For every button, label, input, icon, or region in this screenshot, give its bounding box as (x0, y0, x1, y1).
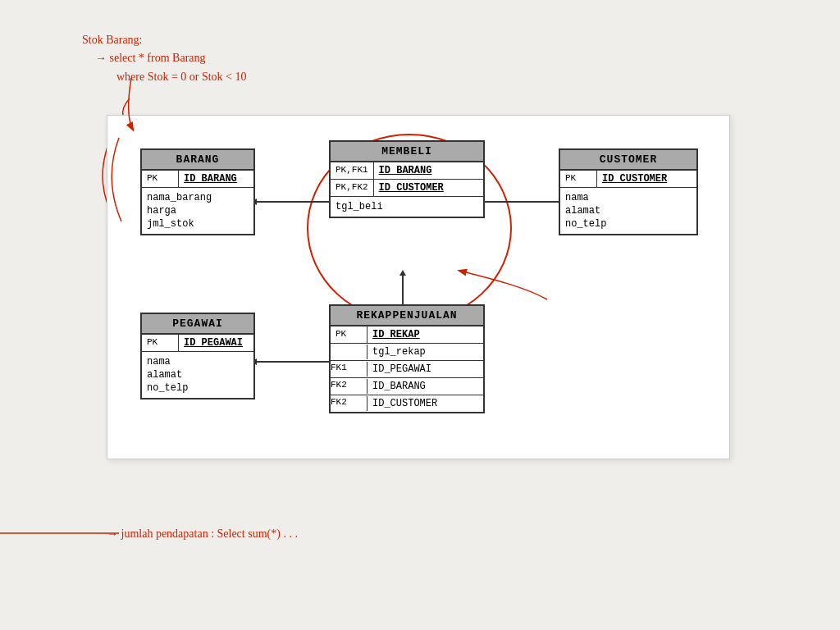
rekap-row-pegawai: FK1 ID_PEGAWAI (331, 361, 483, 378)
pegawai-field-2: alamat (147, 368, 249, 381)
barang-pk-label: PK (142, 171, 179, 187)
stok-query-line1: → select * from Barang (95, 49, 247, 67)
membeli-row-2: PK,FK2 ID_CUSTOMER (331, 180, 483, 197)
barang-field-2: harga (147, 204, 249, 217)
pegawai-pk-label: PK (142, 335, 179, 351)
customer-fields: nama alamat no_telp (560, 188, 696, 234)
rekap-pk-field: ID_REKAP (368, 326, 425, 343)
barang-pk-field: ID_BARANG (179, 171, 242, 187)
rekap-pk-row: PK ID_REKAP (331, 326, 483, 344)
barang-fields: nama_barang harga jml_stok (142, 188, 253, 234)
membeli-field-2: ID_CUSTOMER (374, 180, 449, 196)
whiteboard: BARANG PK ID_BARANG nama_barang harga jm… (107, 115, 730, 459)
customer-pk-row: PK ID_CUSTOMER (560, 171, 696, 188)
pegawai-fields: nama alamat no_telp (142, 352, 253, 398)
rekap-blank (331, 345, 368, 359)
barang-field-1: nama_barang (147, 191, 249, 204)
rekap-row-barang: FK2 ID_BARANG (331, 378, 483, 395)
customer-table: CUSTOMER PK ID_CUSTOMER nama alamat no_t… (559, 148, 698, 235)
membeli-key-1: PK,FK1 (331, 162, 374, 179)
rekap-row-tgl: tgl_rekap (331, 344, 483, 361)
customer-field-1: nama (565, 191, 692, 204)
customer-field-3: no_telp (565, 217, 692, 231)
jumlah-pendapatan-text: → jumlah pendapatan : Select sum(*) . . … (107, 525, 298, 543)
pegawai-pk-field: ID_PEGAWAI (179, 335, 248, 351)
jumlah-pendapatan-annotation: → jumlah pendapatan : Select sum(*) . . … (107, 525, 298, 543)
barang-pk-row: PK ID_BARANG (142, 171, 253, 188)
customer-pk-field: ID_CUSTOMER (597, 171, 672, 187)
rekap-fk2b-label: FK2 (331, 396, 368, 411)
rekap-table: REKAPPENJUALAN PK ID_REKAP tgl_rekap FK1… (329, 304, 485, 413)
barang-table: BARANG PK ID_BARANG nama_barang harga jm… (140, 148, 255, 235)
rekap-field-tgl: tgl_rekap (368, 345, 431, 359)
pegawai-pk-row: PK ID_PEGAWAI (142, 335, 253, 352)
membeli-field-1: ID_BARANG (374, 162, 437, 179)
rekap-fk-fields: tgl_rekap FK1 ID_PEGAWAI FK2 ID_BARANG F… (331, 344, 483, 412)
rekap-field-customer: ID_CUSTOMER (368, 396, 442, 411)
pegawai-header: PEGAWAI (142, 314, 253, 335)
svg-marker-5 (399, 270, 406, 276)
membeli-fields: tgl_beli (331, 197, 483, 217)
pegawai-field-3: no_telp (147, 381, 249, 395)
customer-pk-label: PK (560, 171, 597, 187)
membeli-field-3: tgl_beli (336, 200, 478, 213)
barang-header: BARANG (142, 150, 253, 171)
barang-field-3: jml_stok (147, 217, 249, 231)
stok-barang-label: Stok Barang: (82, 31, 247, 49)
rekap-header: REKAPPENJUALAN (331, 306, 483, 326)
rekap-fk2a-label: FK2 (331, 379, 368, 394)
pegawai-field-1: nama (147, 355, 249, 368)
membeli-key-2: PK,FK2 (331, 180, 374, 196)
stok-barang-annotation: Stok Barang: → select * from Barang wher… (82, 31, 247, 86)
rekap-pk-label: PK (331, 326, 368, 343)
membeli-table: MEMBELI PK,FK1 ID_BARANG PK,FK2 ID_CUSTO… (329, 140, 485, 218)
pegawai-table: PEGAWAI PK ID_PEGAWAI nama alamat no_tel… (140, 313, 255, 399)
customer-field-2: alamat (565, 204, 692, 217)
rekap-field-barang: ID_BARANG (368, 379, 431, 394)
customer-header: CUSTOMER (560, 150, 696, 171)
rekap-fk1-label: FK1 (331, 362, 368, 377)
rekap-row-customer: FK2 ID_CUSTOMER (331, 395, 483, 412)
stok-query-line2: where Stok = 0 or Stok < 10 (116, 68, 247, 86)
membeli-header: MEMBELI (331, 142, 483, 162)
membeli-row-1: PK,FK1 ID_BARANG (331, 162, 483, 180)
rekap-field-pegawai: ID_PEGAWAI (368, 362, 436, 377)
